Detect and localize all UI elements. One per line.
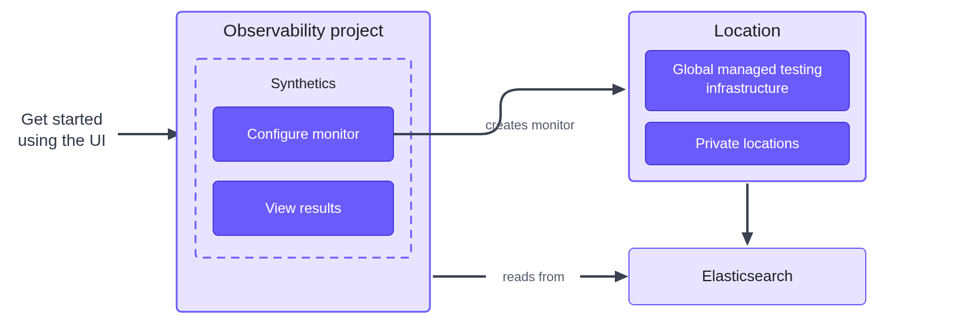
view-results-label: View results [266, 200, 342, 216]
start-node: Get started using the UI [18, 110, 105, 149]
elasticsearch-node: Elasticsearch [629, 248, 866, 305]
arrow-location-to-es [741, 184, 753, 246]
svg-marker-14 [615, 271, 628, 282]
arrow-start-to-configure [118, 128, 181, 140]
global-line1: Global managed testing [673, 61, 822, 77]
private-locations-node: Private locations [645, 122, 849, 165]
location-title: Location [714, 21, 780, 40]
edge-reads-label: reads from [502, 269, 564, 284]
view-results-node: View results [213, 181, 393, 235]
private-locations-label: Private locations [696, 135, 799, 151]
architecture-diagram: Get started using the UI Observability p… [0, 0, 980, 320]
observability-panel: Observability project Synthetics Configu… [177, 12, 430, 312]
synthetics-title: Synthetics [271, 75, 336, 91]
edge-creates-label: creates monitor [485, 118, 575, 132]
global-line2: infrastructure [706, 80, 789, 96]
start-line1: Get started [21, 110, 103, 128]
arrow-reads-from: reads from [433, 269, 628, 284]
start-line2: using the UI [18, 131, 105, 149]
global-infra-node: Global managed testing infrastructure [645, 51, 849, 111]
elasticsearch-label: Elasticsearch [702, 267, 793, 285]
configure-monitor-node: Configure monitor [213, 107, 393, 161]
location-panel: Location Global managed testing infrastr… [629, 12, 866, 181]
svg-marker-5 [612, 84, 626, 95]
observability-title: Observability project [223, 21, 383, 40]
configure-monitor-label: Configure monitor [247, 126, 360, 142]
svg-marker-10 [741, 232, 753, 246]
